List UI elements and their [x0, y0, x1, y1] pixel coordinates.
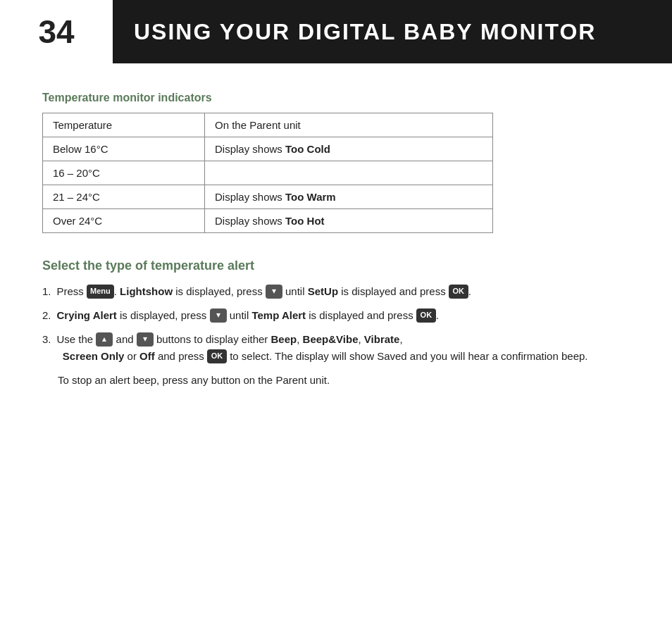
step-3: 3. Use the ▴ and ▾ buttons to display ei… — [42, 331, 630, 365]
step-2-content: Crying Alert is displayed, press ▾ until… — [57, 307, 630, 324]
ok-button-1: OK — [449, 285, 468, 299]
step-2-number: 2. — [42, 307, 51, 324]
stop-note: To stop an alert beep, press any button … — [58, 372, 630, 389]
step-1-number: 1. — [42, 283, 51, 300]
step-1: 1. Press Menu. Lightshow is displayed, p… — [42, 283, 630, 300]
step-2: 2. Crying Alert is displayed, press ▾ un… — [42, 307, 630, 324]
step-1-content: Press Menu. Lightshow is displayed, pres… — [57, 283, 630, 300]
table-row: 16 – 20°C — [43, 161, 493, 185]
table-cell-temp1: Below 16°C — [43, 137, 205, 161]
setup-text: SetUp — [308, 285, 338, 297]
table-row: Over 24°C Display shows Too Hot — [43, 209, 493, 233]
steps-list: 1. Press Menu. Lightshow is displayed, p… — [42, 283, 630, 365]
table-header-col2: On the Parent unit — [205, 113, 493, 137]
table-row: Below 16°C Display shows Too Cold — [43, 137, 493, 161]
table-bold-value1: Too Cold — [285, 143, 330, 155]
table-bold-value4: Too Hot — [285, 215, 325, 227]
temperature-table: Temperature On the Parent unit Below 16°… — [42, 113, 493, 233]
ok-button-3: OK — [207, 349, 227, 363]
table-bold-value3: Too Warm — [285, 191, 336, 203]
beepvibe-text: Beep&Vibe — [303, 333, 359, 345]
temp-section-title: Temperature monitor indicators — [42, 92, 630, 104]
beep-text: Beep — [271, 333, 297, 345]
down-arrow-btn-1: ▾ — [266, 285, 282, 299]
page-title: USING YOUR DIGITAL BABY MONITOR — [113, 19, 596, 45]
table-cell-temp2: 16 – 20°C — [43, 161, 205, 185]
step-3-content: Use the ▴ and ▾ buttons to display eithe… — [57, 331, 630, 365]
table-header-col1: Temperature — [43, 113, 205, 137]
table-header-row: Temperature On the Parent unit — [43, 113, 493, 137]
step-3-number: 3. — [42, 331, 51, 348]
main-content: Temperature monitor indicators Temperatu… — [0, 63, 672, 410]
table-cell-display3: Display shows Too Warm — [205, 185, 493, 209]
crying-alert-text: Crying Alert — [57, 309, 117, 321]
off-text: Off — [139, 350, 155, 362]
table-row: 21 – 24°C Display shows Too Warm — [43, 185, 493, 209]
table-cell-display1: Display shows Too Cold — [205, 137, 493, 161]
temp-alert-text: Temp Alert — [251, 309, 306, 321]
lightshow-text: Lightshow — [120, 285, 173, 297]
menu-button-icon: Menu — [87, 285, 114, 299]
up-arrow-btn: ▴ — [96, 332, 113, 347]
table-cell-temp4: Over 24°C — [43, 209, 205, 233]
ok-button-2: OK — [416, 308, 436, 323]
table-cell-display2 — [205, 161, 493, 185]
select-section-title: Select the type of temperature alert — [42, 258, 630, 273]
screen-only-text: Screen Only — [63, 350, 125, 362]
page-header: 34 USING YOUR DIGITAL BABY MONITOR — [0, 0, 672, 63]
table-cell-temp3: 21 – 24°C — [43, 185, 205, 209]
vibrate-text: Vibrate — [364, 333, 400, 345]
down-arrow-btn-2: ▾ — [210, 308, 227, 323]
down-arrow-btn-3: ▾ — [137, 332, 154, 347]
table-cell-display4: Display shows Too Hot — [205, 209, 493, 233]
page-number: 34 — [0, 0, 113, 63]
